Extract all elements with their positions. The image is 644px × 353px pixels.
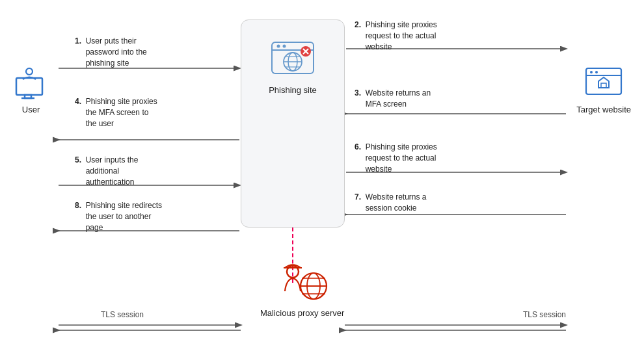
step-2-text: 2. Phishing site proxies request to the … xyxy=(355,20,498,52)
user-label: User xyxy=(22,105,40,114)
step-8-text: 8. Phishing site redirects the user to a… xyxy=(75,200,231,233)
step-6-text: 6. Phishing site proxies request to the … xyxy=(355,142,498,174)
phishing-site-box: Phishing site xyxy=(241,20,345,228)
tls-left-label: TLS session xyxy=(101,310,144,319)
svg-rect-20 xyxy=(601,83,606,88)
step-7-text: 7. Website returns a session cookie xyxy=(355,192,498,214)
user-icon xyxy=(13,65,49,101)
tls-right-label: TLS session xyxy=(523,310,566,319)
diagram: User Target website xyxy=(0,0,644,353)
step-5-text: 5. User inputs the additional authentica… xyxy=(75,155,231,187)
user-icon-box: User xyxy=(13,65,49,114)
step-3-text: 3. Website returns an MFA screen xyxy=(355,88,498,110)
phishing-site-icon xyxy=(269,40,316,79)
proxy-server-icon-box: Malicious proxy server xyxy=(260,259,344,318)
svg-rect-12 xyxy=(16,78,42,95)
svg-point-24 xyxy=(283,45,286,48)
step-1-text: 1. User puts their password into the phi… xyxy=(75,36,231,68)
target-website-icon xyxy=(584,65,623,101)
svg-point-15 xyxy=(26,68,33,75)
proxy-label: Malicious proxy server xyxy=(260,308,344,318)
phishing-label: Phishing site xyxy=(269,85,317,95)
target-icon-box: Target website xyxy=(576,65,631,114)
svg-point-23 xyxy=(277,45,280,48)
svg-point-18 xyxy=(590,71,593,73)
target-label: Target website xyxy=(576,105,631,114)
svg-point-19 xyxy=(595,71,598,73)
proxy-server-icon xyxy=(273,259,332,304)
step-4-text: 4. Phishing site proxies the MFA screen … xyxy=(75,96,231,129)
